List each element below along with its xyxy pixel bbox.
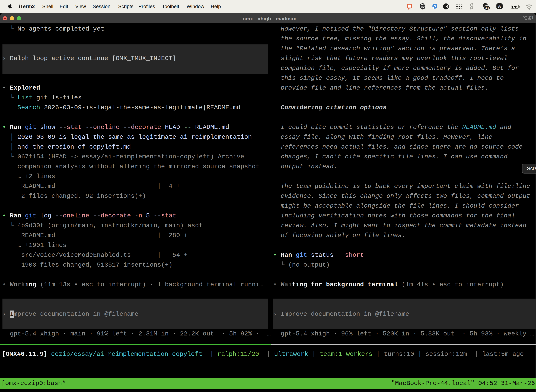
svg-text:..61: ..61 xyxy=(484,6,489,9)
